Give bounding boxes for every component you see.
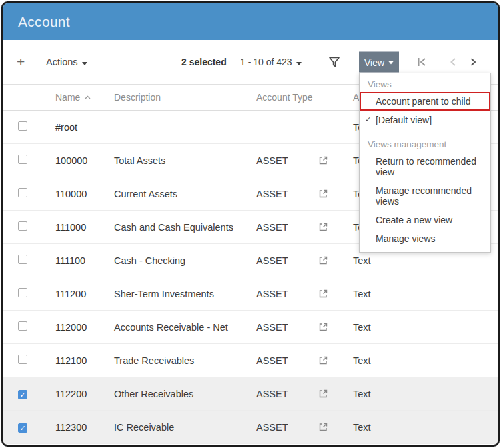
cell-account-type: ASSET bbox=[249, 155, 313, 166]
table-row[interactable]: 112100 Trade Receivables ASSET Text bbox=[3, 344, 498, 377]
cell-description: Accounts Receivable - Net bbox=[111, 322, 249, 333]
check-icon: ✓ bbox=[365, 115, 371, 124]
external-link-icon[interactable] bbox=[318, 289, 328, 299]
filter-icon[interactable] bbox=[328, 56, 340, 68]
cell-account-type: ASSET bbox=[249, 422, 313, 433]
external-link-icon[interactable] bbox=[318, 322, 328, 332]
external-link-icon[interactable] bbox=[318, 222, 328, 232]
row-checkbox[interactable]: ✓ bbox=[18, 423, 27, 433]
column-header-description[interactable]: Description bbox=[111, 92, 249, 103]
chevron-down-icon bbox=[296, 62, 302, 65]
external-link-icon[interactable] bbox=[318, 422, 328, 432]
cell-account-type: ASSET bbox=[249, 322, 313, 333]
cell-name: 112000 bbox=[51, 322, 111, 333]
cell-name: 100000 bbox=[51, 155, 111, 166]
menu-item-create-a-new-view[interactable]: Create a new view bbox=[360, 211, 490, 229]
table-row[interactable]: ✓ 112200 Other Receivables ASSET Text bbox=[3, 377, 498, 411]
sort-ascending-icon bbox=[85, 95, 91, 99]
row-checkbox[interactable] bbox=[18, 221, 27, 231]
chevron-down-icon bbox=[82, 62, 87, 65]
cell-name: 112300 bbox=[51, 422, 111, 433]
column-header-account-type[interactable]: Account Type bbox=[249, 92, 313, 103]
external-link-icon[interactable] bbox=[318, 255, 328, 265]
menu-item-manage-views[interactable]: Manage views bbox=[360, 229, 490, 248]
external-link-icon[interactable] bbox=[318, 355, 328, 365]
table-row[interactable]: ✓ 112300 IC Receivable ASSET Text bbox=[3, 411, 498, 444]
pagination-dropdown[interactable]: 1 - 10 of 423 bbox=[240, 57, 302, 67]
account-window: Account + Actions 2 selected 1 - 10 of 4… bbox=[1, 1, 500, 447]
cell-name: 111200 bbox=[51, 289, 111, 299]
cell-attribute: Text bbox=[346, 389, 498, 399]
cell-description: Trade Receivables bbox=[111, 355, 249, 366]
cell-description: Cash and Cash Equivalents bbox=[111, 222, 249, 233]
cell-account-type: ASSET bbox=[249, 389, 313, 399]
menu-item-manage-recommended-views[interactable]: Manage recommended views bbox=[360, 181, 490, 211]
row-checkbox[interactable] bbox=[18, 355, 27, 364]
cell-name: 111100 bbox=[51, 255, 111, 266]
cell-account-type: ASSET bbox=[249, 289, 313, 299]
cell-description: Current Assets bbox=[111, 189, 249, 199]
cell-name: 110000 bbox=[51, 189, 111, 199]
first-page-button[interactable] bbox=[416, 57, 428, 68]
row-checkbox[interactable] bbox=[18, 255, 27, 264]
cell-attribute: Text bbox=[346, 255, 498, 266]
external-link-icon[interactable] bbox=[318, 189, 328, 199]
menu-section-views: Views bbox=[360, 75, 490, 92]
external-link-icon[interactable] bbox=[318, 155, 328, 165]
next-page-button[interactable] bbox=[468, 57, 478, 68]
cell-description: IC Receivable bbox=[111, 422, 249, 433]
external-link-icon[interactable] bbox=[318, 389, 328, 399]
cell-attribute: Text bbox=[346, 422, 498, 433]
cell-attribute: Text bbox=[346, 322, 498, 333]
cell-account-type: ASSET bbox=[249, 189, 313, 199]
add-button[interactable]: + bbox=[17, 54, 25, 70]
cell-attribute: Text bbox=[346, 355, 498, 366]
cell-name: 111000 bbox=[51, 222, 111, 233]
cell-description: Sher-Term Investments bbox=[111, 289, 249, 299]
row-checkbox[interactable] bbox=[18, 188, 27, 197]
views-dropdown-menu: Views Account parent to child ✓ [Default… bbox=[359, 73, 491, 253]
row-checkbox[interactable] bbox=[18, 121, 27, 131]
row-checkbox[interactable]: ✓ bbox=[18, 390, 27, 399]
cell-account-type: ASSET bbox=[249, 222, 313, 233]
table-row[interactable]: 111200 Sher-Term Investments ASSET Text bbox=[3, 277, 498, 311]
cell-account-type: ASSET bbox=[249, 355, 313, 366]
cell-description: Other Receivables bbox=[111, 389, 249, 399]
row-checkbox[interactable] bbox=[18, 155, 27, 164]
column-header-name[interactable]: Name bbox=[51, 92, 111, 103]
page-title: Account bbox=[18, 14, 70, 30]
cell-description: Cash - Checking bbox=[111, 255, 249, 266]
menu-item-default-view[interactable]: ✓ [Default view] bbox=[360, 111, 490, 129]
menu-item-account-parent-to-child[interactable]: Account parent to child bbox=[360, 92, 490, 111]
actions-dropdown[interactable]: Actions bbox=[46, 57, 87, 67]
previous-page-button[interactable] bbox=[448, 57, 458, 68]
menu-item-return-to-recommended-view[interactable]: Return to recommended view bbox=[360, 152, 490, 181]
cell-account-type: ASSET bbox=[249, 255, 313, 266]
cell-name: #root bbox=[51, 122, 111, 133]
row-checkbox[interactable] bbox=[18, 288, 27, 297]
chevron-down-icon bbox=[388, 61, 394, 65]
cell-name: 112200 bbox=[51, 389, 111, 399]
cell-description: Total Assets bbox=[111, 155, 249, 166]
view-button[interactable]: View bbox=[359, 52, 399, 73]
app-header: Account bbox=[3, 3, 498, 40]
table-row[interactable]: 112000 Accounts Receivable - Net ASSET T… bbox=[3, 311, 498, 344]
selected-count: 2 selected bbox=[181, 57, 227, 67]
cell-name: 112100 bbox=[51, 355, 111, 366]
cell-attribute: Text bbox=[346, 289, 498, 299]
row-checkbox[interactable] bbox=[18, 321, 27, 331]
menu-section-views-management: Views management bbox=[360, 133, 490, 152]
